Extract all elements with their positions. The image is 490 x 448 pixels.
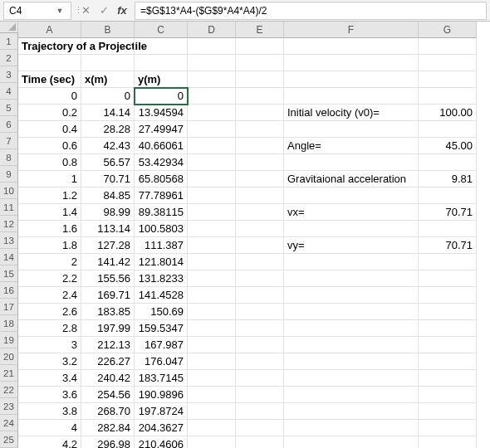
cell-g25[interactable] (419, 436, 477, 448)
cell-e12[interactable] (236, 221, 284, 237)
cell-e13[interactable] (236, 237, 284, 254)
row-header[interactable]: 23 (0, 398, 18, 415)
cell-e3[interactable] (236, 71, 284, 88)
cell-a18[interactable]: 2.8 (18, 320, 81, 337)
cell-f8[interactable] (284, 154, 419, 171)
cell-f19[interactable] (284, 337, 419, 353)
row-header[interactable]: 5 (0, 100, 18, 116)
cell-g23[interactable] (419, 403, 477, 420)
cell-c22[interactable]: 190.9896 (135, 387, 188, 403)
cell-a11[interactable]: 1.4 (18, 204, 81, 221)
cell-d14[interactable] (188, 254, 236, 270)
cell-d5[interactable] (188, 105, 236, 121)
formula-input[interactable]: =$G$13*A4-($G$9*A4*A4)/2 (135, 2, 487, 20)
row-header[interactable]: 25 (0, 431, 18, 448)
cell-d16[interactable] (188, 287, 236, 304)
cell-c5[interactable]: 13.94594 (135, 105, 188, 121)
cell-b14[interactable]: 141.42 (81, 254, 135, 270)
row-header[interactable]: 7 (0, 133, 18, 149)
cell-b21[interactable]: 240.42 (81, 370, 135, 387)
cell-e9[interactable] (236, 171, 284, 187)
select-all-corner[interactable] (0, 22, 18, 33)
cell-f10[interactable] (284, 187, 419, 204)
cell-d8[interactable] (188, 154, 236, 171)
cell-f9[interactable]: Gravitaional acceleration (284, 171, 419, 187)
chevron-down-icon[interactable]: ▼ (54, 7, 66, 15)
cell-g20[interactable] (419, 353, 477, 370)
cell-g13[interactable]: 70.71 (419, 237, 477, 254)
cell-e6[interactable] (236, 121, 284, 138)
cell-b20[interactable]: 226.27 (81, 353, 135, 370)
cell-c2[interactable] (135, 55, 188, 71)
cell-b13[interactable]: 127.28 (81, 237, 135, 254)
cell-c16[interactable]: 141.4528 (135, 287, 188, 304)
cell-a8[interactable]: 0.8 (18, 154, 81, 171)
cell-g4[interactable] (419, 88, 477, 105)
cancel-icon[interactable]: ✕ (76, 2, 95, 20)
cell-d22[interactable] (188, 387, 236, 403)
cell-a4[interactable]: 0 (18, 88, 81, 105)
cell-g24[interactable] (419, 420, 477, 436)
column-header-f[interactable]: F (284, 22, 419, 38)
cell-a24[interactable]: 4 (18, 420, 81, 436)
cell-e18[interactable] (236, 320, 284, 337)
row-header[interactable]: 17 (0, 299, 18, 315)
column-header-b[interactable]: B (81, 22, 135, 38)
column-header-c[interactable]: C (135, 22, 188, 38)
cell-g7[interactable]: 45.00 (419, 138, 477, 154)
name-box[interactable]: C4 ▼ (3, 2, 71, 20)
row-header[interactable]: 20 (0, 348, 18, 365)
cell-b16[interactable]: 169.71 (81, 287, 135, 304)
column-header-d[interactable]: D (188, 22, 236, 38)
row-header[interactable]: 12 (0, 216, 18, 232)
cell-d24[interactable] (188, 420, 236, 436)
column-header-g[interactable]: G (419, 22, 477, 38)
cell-a21[interactable]: 3.4 (18, 370, 81, 387)
row-header[interactable]: 16 (0, 282, 18, 299)
cell-e10[interactable] (236, 187, 284, 204)
cell-a14[interactable]: 2 (18, 254, 81, 270)
cell-g6[interactable] (419, 121, 477, 138)
cell-a15[interactable]: 2.2 (18, 270, 81, 287)
cell-c14[interactable]: 121.8014 (135, 254, 188, 270)
column-header-e[interactable]: E (236, 22, 284, 38)
cell-d25[interactable] (188, 436, 236, 448)
cell-a10[interactable]: 1.2 (18, 187, 81, 204)
cell-d1[interactable] (188, 38, 236, 55)
cell-e8[interactable] (236, 154, 284, 171)
cell-e2[interactable] (236, 55, 284, 71)
cell-b6[interactable]: 28.28 (81, 121, 135, 138)
row-header[interactable]: 11 (0, 199, 18, 216)
cell-a16[interactable]: 2.4 (18, 287, 81, 304)
row-header[interactable]: 19 (0, 332, 18, 348)
cell-a3[interactable]: Time (sec) (18, 71, 81, 88)
cell-d13[interactable] (188, 237, 236, 254)
row-header[interactable]: 15 (0, 265, 18, 282)
cell-b24[interactable]: 282.84 (81, 420, 135, 436)
cell-g15[interactable] (419, 270, 477, 287)
cell-a25[interactable]: 4.2 (18, 436, 81, 448)
fx-icon[interactable]: fx (113, 2, 131, 20)
cell-f22[interactable] (284, 387, 419, 403)
cell-f4[interactable] (284, 88, 419, 105)
cell-d19[interactable] (188, 337, 236, 353)
cell-f6[interactable] (284, 121, 419, 138)
cell-c12[interactable]: 100.5803 (135, 221, 188, 237)
cell-c11[interactable]: 89.38115 (135, 204, 188, 221)
cell-a19[interactable]: 3 (18, 337, 81, 353)
cell-e21[interactable] (236, 370, 284, 387)
cell-g22[interactable] (419, 387, 477, 403)
row-header[interactable]: 24 (0, 415, 18, 431)
cell-e14[interactable] (236, 254, 284, 270)
cell-g17[interactable] (419, 304, 477, 320)
cell-f25[interactable] (284, 436, 419, 448)
cell-f18[interactable] (284, 320, 419, 337)
enter-icon[interactable]: ✓ (95, 2, 113, 20)
cell-g21[interactable] (419, 370, 477, 387)
cell-c9[interactable]: 65.80568 (135, 171, 188, 187)
cell-c8[interactable]: 53.42934 (135, 154, 188, 171)
row-header[interactable]: 22 (0, 382, 18, 398)
cell-d21[interactable] (188, 370, 236, 387)
cell-c4[interactable]: 0 (135, 88, 188, 105)
row-header[interactable]: 18 (0, 315, 18, 332)
